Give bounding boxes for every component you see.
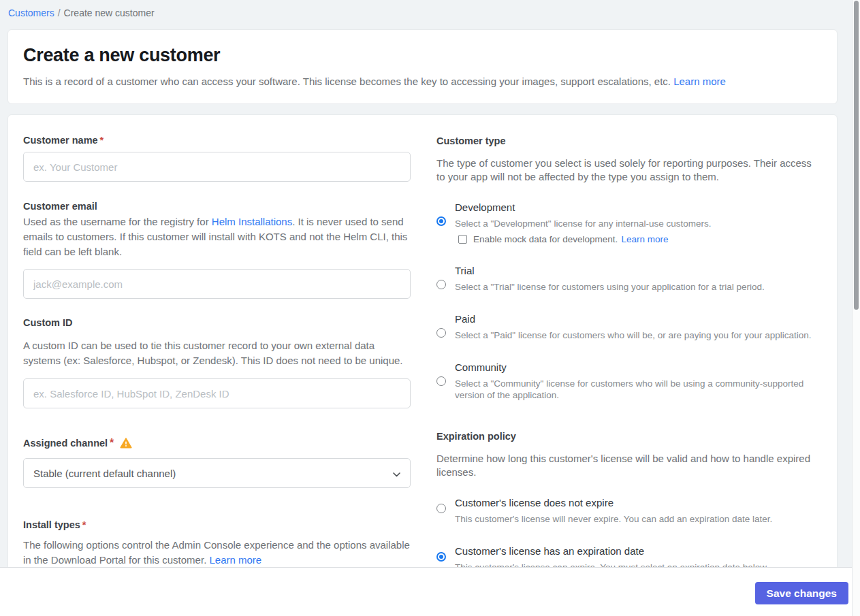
custom-id-input[interactable] bbox=[23, 378, 411, 408]
customer-type-option-development: Development Select a "Development" licen… bbox=[436, 200, 816, 244]
expiration-policy-description: Determine how long this customer's licen… bbox=[436, 452, 816, 479]
option-description: Select a "Trial" license for customers u… bbox=[455, 281, 816, 293]
radio-trial[interactable] bbox=[436, 280, 446, 289]
assigned-channel-label: Assigned channel bbox=[23, 436, 108, 450]
radio-community[interactable] bbox=[436, 376, 446, 386]
breadcrumb: Customers/Create new customer bbox=[0, 0, 860, 20]
customer-email-description: Used as the username for the registry fo… bbox=[23, 214, 411, 259]
option-description: Select a "Community" license for custome… bbox=[455, 378, 816, 401]
breadcrumb-current: Create new customer bbox=[64, 7, 155, 18]
radio-license-does-not-expire[interactable] bbox=[436, 504, 446, 513]
custom-id-label: Custom ID bbox=[23, 316, 411, 329]
custom-id-description: A custom ID can be used to tie this cust… bbox=[23, 338, 411, 368]
save-changes-button[interactable]: Save changes bbox=[755, 582, 848, 604]
scrollbar[interactable] bbox=[852, 0, 860, 616]
custom-id-field: Custom ID A custom ID can be used to tie… bbox=[23, 316, 411, 408]
customer-name-field: Customer name* bbox=[23, 133, 411, 182]
customer-name-label: Customer name* bbox=[23, 133, 411, 147]
page-description: This is a record of a customer who can a… bbox=[23, 75, 822, 88]
chevron-down-icon bbox=[393, 468, 400, 479]
breadcrumb-separator: / bbox=[58, 7, 61, 18]
customer-type-option-community: Community Select a "Community" license f… bbox=[436, 360, 816, 401]
option-description: Select a "Development" license for any i… bbox=[455, 218, 816, 229]
assigned-channel-selected-option: Stable (current default channel) bbox=[33, 468, 176, 479]
required-asterisk: * bbox=[82, 519, 86, 530]
option-label: Trial bbox=[455, 263, 816, 278]
warning-icon bbox=[120, 438, 132, 449]
option-description: This customer's license will never expir… bbox=[455, 513, 816, 525]
customer-type-heading: Customer type bbox=[436, 134, 816, 148]
mock-data-checkbox[interactable] bbox=[458, 235, 467, 244]
scrollbar-thumb[interactable] bbox=[854, 1, 859, 310]
customer-type-option-paid: Paid Select a "Paid" license for custome… bbox=[436, 312, 816, 341]
page-title: Create a new customer bbox=[23, 44, 822, 66]
required-asterisk: * bbox=[100, 135, 104, 146]
option-label: Development bbox=[455, 200, 816, 214]
install-types-description: The following options control the Admin … bbox=[23, 538, 411, 568]
header-learn-more-link[interactable]: Learn more bbox=[673, 76, 726, 87]
option-label: Customer's license has an expiration dat… bbox=[455, 544, 816, 558]
customer-name-input[interactable] bbox=[23, 152, 411, 182]
expiration-policy-options: Customer's license does not expire This … bbox=[436, 496, 816, 570]
expiration-policy-heading: Expiration policy bbox=[436, 429, 816, 443]
customer-type-options: Development Select a "Development" licen… bbox=[436, 200, 816, 401]
assigned-channel-field: Assigned channel * Stable (current defau… bbox=[23, 436, 411, 488]
customer-email-label: Customer email bbox=[23, 199, 411, 213]
expiration-policy-section: Expiration policy Determine how long thi… bbox=[436, 429, 816, 570]
form-left-column: Customer name* Customer email Used as th… bbox=[23, 133, 411, 570]
customer-type-option-trial: Trial Select a "Trial" license for custo… bbox=[436, 263, 816, 293]
mock-data-learn-more-link[interactable]: Learn more bbox=[621, 234, 668, 244]
customer-email-field: Customer email Used as the username for … bbox=[23, 199, 411, 299]
breadcrumb-customers-link[interactable]: Customers bbox=[8, 7, 54, 18]
radio-development[interactable] bbox=[436, 216, 446, 226]
page-header-card: Create a new customer This is a record o… bbox=[7, 29, 838, 104]
customer-type-description: The type of customer you select is used … bbox=[436, 157, 816, 184]
option-description: Select a "Paid" license for customers wh… bbox=[455, 329, 816, 341]
mock-data-row: Enable mock data for development. Learn … bbox=[458, 234, 816, 244]
mock-data-label: Enable mock data for development. bbox=[473, 234, 618, 244]
expiration-option-no-expire: Customer's license does not expire This … bbox=[436, 496, 816, 525]
option-label: Community bbox=[455, 360, 816, 374]
option-label: Customer's license does not expire bbox=[455, 496, 816, 510]
radio-license-has-expiration[interactable] bbox=[436, 552, 446, 562]
customer-form-card: Customer name* Customer email Used as th… bbox=[7, 114, 838, 570]
install-types-learn-more-link[interactable]: Learn more bbox=[209, 554, 261, 566]
form-right-column: Customer type The type of customer you s… bbox=[436, 133, 816, 570]
radio-paid[interactable] bbox=[436, 328, 446, 338]
footer-bar: Save changes bbox=[0, 567, 860, 616]
option-label: Paid bbox=[455, 312, 816, 326]
required-asterisk: * bbox=[110, 437, 114, 449]
install-types-field: Install types* The following options con… bbox=[23, 518, 411, 568]
install-types-label: Install types* bbox=[23, 518, 411, 532]
customer-email-input[interactable] bbox=[23, 269, 411, 299]
assigned-channel-select[interactable]: Stable (current default channel) bbox=[23, 458, 411, 488]
helm-installations-link[interactable]: Helm Installations bbox=[212, 216, 292, 227]
